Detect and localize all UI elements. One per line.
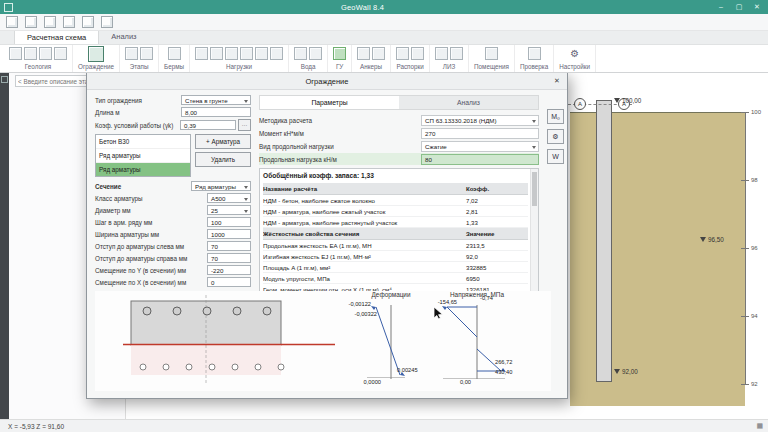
strut-list-icon[interactable] bbox=[411, 47, 424, 60]
stress-value: 430,40 bbox=[495, 369, 541, 375]
table-row[interactable]: Изгибная жесткость EJ (1 пг.м), МН·м² 92… bbox=[263, 251, 528, 262]
moment-label: Момент кН*м/м bbox=[259, 130, 421, 137]
ribbon-group-berms: Бермы bbox=[159, 44, 190, 72]
tab-analysis[interactable]: Анализ bbox=[99, 30, 148, 44]
dialog-close-icon[interactable]: ✕ bbox=[549, 74, 565, 87]
stage-list-icon[interactable] bbox=[140, 47, 153, 60]
export-icon[interactable] bbox=[63, 16, 75, 28]
close-button[interactable]: ✕ bbox=[748, 0, 766, 14]
ribbon-label-wall: Ограждение bbox=[78, 62, 114, 71]
tab-parameters[interactable]: Параметры bbox=[260, 96, 399, 109]
diameter-select[interactable]: 25 bbox=[207, 205, 251, 215]
load-distributed-icon[interactable] bbox=[225, 47, 238, 60]
axial-load-input[interactable]: 80 bbox=[421, 154, 539, 165]
strain-value: 0,0000 bbox=[335, 379, 381, 385]
liz-icon-2[interactable] bbox=[450, 47, 463, 60]
section-select[interactable]: Ряд арматуры bbox=[191, 181, 251, 191]
moment-tool-button[interactable]: M₀ bbox=[547, 109, 564, 124]
maximize-button[interactable]: ▢ bbox=[730, 0, 748, 14]
load-horizontal-icon[interactable] bbox=[255, 47, 268, 60]
offset-x-input[interactable]: 0 bbox=[207, 277, 251, 287]
ribbon-group-liz: ЛИЗ bbox=[430, 44, 469, 72]
table-row[interactable]: НДМ - бетон, наиболее сжатое волокно 7,0… bbox=[263, 195, 528, 206]
load-edit-icon[interactable] bbox=[270, 47, 283, 60]
settings-gear-icon[interactable]: ⚙ bbox=[547, 129, 564, 144]
diagram-graphics bbox=[95, 291, 551, 391]
results-scrollbar[interactable] bbox=[530, 169, 538, 293]
new-document-icon[interactable] bbox=[6, 16, 18, 28]
wall-type-select[interactable]: Стена в грунте bbox=[181, 95, 251, 105]
grid-toggle-icon[interactable]: ▦ bbox=[756, 422, 763, 430]
liz-icon-1[interactable] bbox=[435, 47, 448, 60]
stage-add-icon[interactable] bbox=[125, 47, 138, 60]
add-rebar-button[interactable]: + Арматура bbox=[195, 134, 251, 149]
length-input[interactable]: 8,00 bbox=[181, 107, 251, 117]
table-row[interactable]: НДМ - арматура, наиболее сжатый участок … bbox=[263, 206, 528, 217]
load-point-icon[interactable] bbox=[195, 47, 208, 60]
berm-icon[interactable] bbox=[168, 47, 181, 60]
rebar-width-input[interactable]: 1000 bbox=[207, 229, 251, 239]
anchor-add-icon[interactable] bbox=[357, 47, 370, 60]
ribbon-label-struts: Распорки bbox=[396, 62, 423, 71]
table-row[interactable]: Площадь A (1 пг.м), мм² 332885 bbox=[263, 262, 528, 273]
geology-layers-icon[interactable] bbox=[9, 47, 22, 60]
open-folder-icon[interactable] bbox=[25, 16, 37, 28]
section-components-list[interactable]: Бетон B30 Ряд арматуры Ряд арматуры bbox=[95, 134, 191, 177]
list-item[interactable]: Бетон B30 bbox=[96, 135, 190, 149]
load-type-label: Вид продольной нагрузки bbox=[259, 143, 421, 150]
table-row[interactable]: Продольная жесткость EA (1 пг.м), МН 231… bbox=[263, 240, 528, 251]
strain-value: -0,00122 bbox=[325, 301, 371, 307]
list-item[interactable]: Ряд арматуры bbox=[96, 149, 190, 163]
retaining-wall-icon[interactable] bbox=[88, 46, 104, 62]
spacing-label: Шаг в арм. ряду мм bbox=[95, 219, 152, 226]
help-icon[interactable] bbox=[101, 16, 113, 28]
delete-button[interactable]: Удалить bbox=[195, 152, 251, 167]
table-row[interactable]: Модуль упругости, МПа 6950 bbox=[263, 273, 528, 284]
more-options-button[interactable]: … bbox=[238, 119, 251, 131]
ribbon-label-boundary: ГУ bbox=[336, 62, 343, 71]
dialog-title-bar[interactable]: Ограждение ✕ bbox=[87, 73, 567, 90]
offset-left-input[interactable]: 70 bbox=[207, 241, 251, 251]
print-icon[interactable] bbox=[82, 16, 94, 28]
strut-add-icon[interactable] bbox=[396, 47, 409, 60]
geology-table-icon[interactable] bbox=[54, 47, 67, 60]
load-moment-icon[interactable] bbox=[240, 47, 253, 60]
rooms-icon[interactable] bbox=[485, 47, 498, 60]
water-level-icon[interactable] bbox=[294, 47, 307, 60]
ruler-tick bbox=[741, 316, 749, 317]
method-select[interactable]: СП 63.13330.2018 (НДМ) bbox=[421, 115, 539, 126]
geology-soil-icon[interactable] bbox=[39, 47, 52, 60]
check-icon[interactable] bbox=[528, 47, 541, 60]
spacing-input[interactable]: 100 bbox=[207, 217, 251, 227]
scrollbar-thumb[interactable] bbox=[532, 172, 537, 206]
settings-gear-icon[interactable]: ⚙ bbox=[570, 48, 579, 60]
elevation-triangle-icon bbox=[700, 237, 706, 242]
ruler-tick bbox=[741, 384, 749, 385]
save-icon[interactable] bbox=[44, 16, 56, 28]
offset-right-input[interactable]: 70 bbox=[207, 253, 251, 263]
anchor-list-icon[interactable] bbox=[372, 47, 385, 60]
retaining-wall-element[interactable] bbox=[596, 100, 612, 382]
list-item-selected[interactable]: Ряд арматуры bbox=[96, 163, 190, 177]
load-strip-icon[interactable] bbox=[210, 47, 223, 60]
ruler-number: 100 bbox=[751, 109, 761, 115]
side-toolbar bbox=[0, 72, 9, 420]
ribbon-group-rooms: Помещения bbox=[469, 44, 515, 72]
water-pressure-icon[interactable] bbox=[309, 47, 322, 60]
table-row[interactable]: НДМ - арматура, наиболее растянутый учас… bbox=[263, 217, 528, 228]
load-type-select[interactable]: Сжатие bbox=[421, 141, 539, 152]
tab-calculation-scheme[interactable]: Расчетная схема bbox=[14, 30, 99, 44]
work-coef-input[interactable]: 0,39 bbox=[180, 120, 236, 130]
rebar-class-select[interactable]: A500 bbox=[207, 193, 251, 203]
ribbon-label-rooms: Помещения bbox=[474, 62, 509, 71]
tab-analysis-dialog[interactable]: Анализ bbox=[399, 96, 538, 109]
stress-value: -0,74 bbox=[480, 295, 526, 301]
boundary-conditions-icon[interactable] bbox=[333, 47, 346, 60]
side-toolbar-icon[interactable] bbox=[1, 76, 8, 83]
offset-y-input[interactable]: -220 bbox=[207, 265, 251, 275]
resistance-tool-button[interactable]: W bbox=[547, 149, 564, 164]
geology-borehole-icon[interactable] bbox=[24, 47, 37, 60]
strain-diagram-label: Деформации bbox=[346, 291, 436, 298]
moment-input[interactable]: 270 bbox=[421, 128, 539, 139]
minimize-button[interactable]: – bbox=[712, 0, 730, 14]
